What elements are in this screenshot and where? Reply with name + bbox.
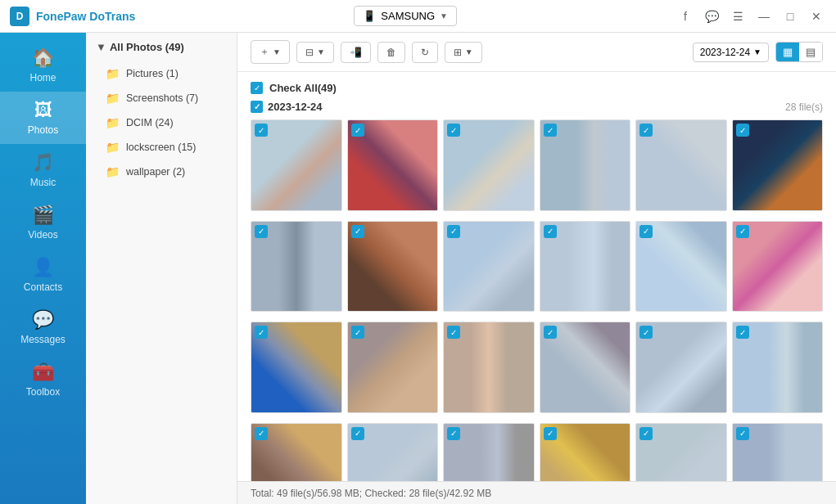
sidebar-item-toolbox[interactable]: 🧰 Toolbox — [0, 353, 86, 406]
tree-item-dcim[interactable]: 📁 DCIM (24) — [86, 110, 237, 135]
sidebar-item-videos[interactable]: 🎬 Videos — [0, 196, 86, 249]
thumb-checkbox[interactable]: ✓ — [447, 427, 460, 440]
photo-grid-row-4: ✓ ✓ ✓ ✓ ✓ ✓ — [251, 423, 823, 482]
thumb-checkbox[interactable]: ✓ — [447, 124, 460, 137]
photo-thumb[interactable]: ✓ — [347, 423, 439, 482]
sidebar-item-messages[interactable]: 💬 Messages — [0, 301, 86, 353]
minimize-button[interactable]: — — [754, 7, 774, 26]
photo-thumb[interactable]: ✓ — [443, 423, 535, 482]
more-button[interactable]: ⊞ ▼ — [445, 42, 482, 63]
photo-thumb[interactable]: ✓ — [251, 221, 342, 313]
thumb-checkbox[interactable]: ✓ — [544, 225, 557, 238]
tree-label-screenshots: Screenshots (7) — [126, 92, 198, 104]
photo-thumb[interactable]: ✓ — [540, 423, 631, 482]
photo-thumb[interactable]: ✓ — [635, 119, 727, 211]
photo-container[interactable]: ✓ Check All(49) ✓ 2023-12-24 28 file(s) … — [237, 72, 836, 481]
window-controls: f 💬 ☰ — □ ✕ — [676, 7, 826, 26]
folder-icon: 📁 — [106, 165, 120, 178]
add-arrow-icon: ▼ — [273, 47, 281, 56]
photo-thumb[interactable]: ✓ — [251, 119, 342, 211]
thumb-checkbox[interactable]: ✓ — [255, 124, 268, 137]
photo-thumb[interactable]: ✓ — [635, 221, 727, 313]
date-value: 2023-12-24 — [700, 47, 750, 58]
tree-label-pictures: Pictures (1) — [126, 68, 178, 79]
view-toggle[interactable]: ▦ ▤ — [775, 42, 823, 62]
photo-thumb[interactable]: ✓ — [732, 119, 824, 211]
sidebar-item-home[interactable]: 🏠 Home — [0, 39, 86, 92]
photo-thumb[interactable]: ✓ — [443, 119, 535, 211]
thumb-checkbox[interactable]: ✓ — [544, 124, 557, 137]
photo-thumb[interactable]: ✓ — [732, 423, 824, 482]
thumb-checkbox[interactable]: ✓ — [639, 124, 653, 137]
thumb-checkbox[interactable]: ✓ — [639, 225, 653, 238]
facebook-icon[interactable]: f — [676, 7, 695, 26]
photo-thumb[interactable]: ✓ — [347, 221, 439, 313]
tree-item-lockscreen[interactable]: 📁 lockscreen (15) — [86, 135, 237, 160]
device-selector[interactable]: 📱 SAMSUNG ▼ — [354, 6, 457, 26]
photo-thumb[interactable]: ✓ — [251, 423, 342, 482]
photo-thumb[interactable]: ✓ — [443, 322, 535, 413]
export-button[interactable]: ⊟ ▼ — [296, 42, 334, 63]
date-selector[interactable]: 2023-12-24 ▼ — [693, 43, 769, 62]
photo-thumb[interactable]: ✓ — [540, 221, 631, 313]
thumb-checkbox[interactable]: ✓ — [736, 225, 749, 238]
photo-thumb[interactable]: ✓ — [635, 423, 727, 482]
check-all-checkbox[interactable]: ✓ — [251, 82, 263, 94]
content-area: ＋ ▼ ⊟ ▼ 📲 🗑 ↻ ⊞ ▼ 2023-12-24 — [237, 33, 836, 504]
sidebar-label-home: Home — [29, 72, 56, 83]
device-selector-area[interactable]: 📱 SAMSUNG ▼ — [354, 6, 457, 26]
add-button[interactable]: ＋ ▼ — [251, 40, 290, 64]
sidebar-item-photos[interactable]: 🖼 Photos — [0, 92, 86, 144]
thumb-checkbox[interactable]: ✓ — [736, 427, 749, 440]
refresh-button[interactable]: ↻ — [412, 42, 438, 63]
thumb-checkbox[interactable]: ✓ — [255, 225, 268, 238]
photo-thumb[interactable]: ✓ — [540, 322, 631, 413]
tree-label-dcim: DCIM (24) — [126, 117, 174, 128]
device-name: SAMSUNG — [381, 10, 435, 22]
photo-thumb[interactable]: ✓ — [635, 322, 727, 413]
thumb-checkbox[interactable]: ✓ — [351, 225, 364, 238]
date-arrow-icon: ▼ — [753, 47, 761, 56]
thumb-checkbox[interactable]: ✓ — [447, 225, 460, 238]
photos-icon: 🖼 — [34, 100, 52, 121]
tree-item-pictures[interactable]: 📁 Pictures (1) — [86, 61, 237, 86]
home-icon: 🏠 — [32, 47, 54, 69]
thumb-checkbox[interactable]: ✓ — [736, 326, 749, 339]
sidebar-item-music[interactable]: 🎵 Music — [0, 144, 86, 196]
folder-icon: 📁 — [106, 67, 120, 80]
photo-thumb[interactable]: ✓ — [732, 221, 824, 313]
thumb-checkbox[interactable]: ✓ — [544, 326, 557, 339]
delete-icon: 🗑 — [386, 47, 396, 58]
thumb-checkbox[interactable]: ✓ — [447, 326, 460, 339]
close-button[interactable]: ✕ — [807, 7, 826, 26]
thumb-checkbox[interactable]: ✓ — [255, 427, 268, 440]
photo-thumb[interactable]: ✓ — [347, 119, 439, 211]
photo-thumb[interactable]: ✓ — [251, 322, 342, 413]
thumb-checkbox[interactable]: ✓ — [351, 124, 364, 137]
sidebar-item-contacts[interactable]: 👤 Contacts — [0, 249, 86, 301]
photo-thumb[interactable]: ✓ — [443, 221, 535, 313]
delete-button[interactable]: 🗑 — [377, 42, 405, 63]
title-bar: D FonePaw DoTrans 📱 SAMSUNG ▼ f 💬 ☰ — □ … — [0, 0, 836, 33]
thumb-checkbox[interactable]: ✓ — [351, 427, 364, 440]
more-icon: ⊞ — [454, 47, 462, 58]
photo-thumb[interactable]: ✓ — [732, 322, 824, 413]
menu-icon[interactable]: ☰ — [728, 7, 748, 26]
thumb-checkbox[interactable]: ✓ — [351, 326, 364, 339]
list-view-button[interactable]: ▤ — [799, 43, 822, 61]
chat-icon[interactable]: 💬 — [702, 7, 721, 26]
thumb-checkbox[interactable]: ✓ — [736, 124, 749, 137]
import-to-device-button[interactable]: 📲 — [341, 42, 371, 63]
photo-thumb[interactable]: ✓ — [540, 119, 631, 211]
thumb-checkbox[interactable]: ✓ — [255, 326, 268, 339]
thumb-checkbox[interactable]: ✓ — [639, 427, 653, 440]
photo-thumb[interactable]: ✓ — [347, 322, 439, 413]
tree-item-screenshots[interactable]: 📁 Screenshots (7) — [86, 86, 237, 110]
all-photos-header[interactable]: ▼ All Photos (49) — [86, 33, 237, 61]
maximize-button[interactable]: □ — [780, 7, 800, 26]
thumb-checkbox[interactable]: ✓ — [639, 326, 653, 339]
grid-view-button[interactable]: ▦ — [776, 43, 799, 61]
date-checkbox[interactable]: ✓ — [251, 101, 263, 113]
tree-item-wallpaper[interactable]: 📁 wallpaper (2) — [86, 160, 237, 184]
thumb-checkbox[interactable]: ✓ — [544, 427, 557, 440]
